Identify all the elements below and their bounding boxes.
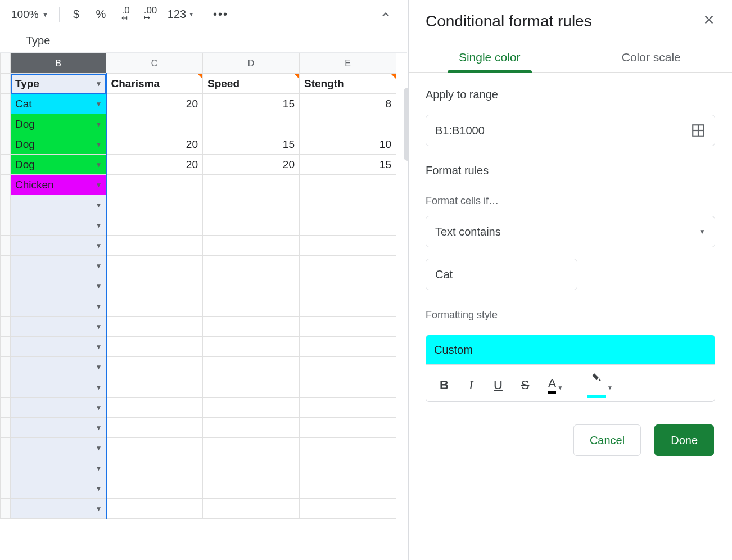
cell[interactable] — [203, 195, 300, 215]
cell[interactable]: ▼ — [11, 438, 106, 458]
cell[interactable] — [203, 175, 300, 195]
cell[interactable]: Type▼ — [11, 74, 106, 94]
currency-button[interactable]: $ — [65, 4, 88, 25]
tab-color-scale[interactable]: Color scale — [571, 42, 733, 72]
data-validation-dropdown-icon[interactable]: ▼ — [96, 222, 102, 229]
cell[interactable] — [106, 499, 203, 519]
cell[interactable] — [300, 175, 396, 195]
cell[interactable]: 20 — [106, 134, 203, 155]
cell[interactable] — [300, 458, 396, 478]
cell[interactable] — [300, 478, 396, 499]
style-preview[interactable]: Custom — [426, 335, 715, 365]
row-header[interactable] — [1, 114, 11, 134]
data-validation-dropdown-icon[interactable]: ▼ — [96, 444, 102, 452]
row-header[interactable] — [1, 74, 11, 94]
strikethrough-button[interactable]: S — [513, 374, 537, 396]
spreadsheet-grid[interactable]: B C D E Type▼CharismaSpeedStengthCat▼201… — [0, 53, 396, 519]
data-validation-dropdown-icon[interactable]: ▼ — [96, 100, 102, 108]
data-validation-dropdown-icon[interactable]: ▼ — [96, 343, 102, 351]
data-validation-dropdown-icon[interactable]: ▼ — [96, 363, 102, 371]
col-header-B[interactable]: B — [11, 53, 106, 74]
cell[interactable] — [106, 337, 203, 357]
cell[interactable] — [106, 236, 203, 256]
collapse-toolbar-button[interactable] — [374, 4, 397, 25]
cancel-button[interactable]: Cancel — [573, 424, 641, 456]
row-header[interactable] — [1, 377, 11, 398]
row-header[interactable] — [1, 256, 11, 276]
data-validation-dropdown-icon[interactable]: ▼ — [96, 120, 102, 128]
cell[interactable] — [203, 499, 300, 519]
data-validation-dropdown-icon[interactable]: ▼ — [96, 404, 102, 412]
cell[interactable] — [203, 478, 300, 499]
cell[interactable] — [300, 296, 396, 317]
row-header[interactable] — [1, 438, 11, 458]
note-indicator-icon[interactable] — [391, 74, 396, 79]
row-header[interactable] — [1, 499, 11, 519]
row-header[interactable] — [1, 398, 11, 418]
note-indicator-icon[interactable] — [294, 74, 299, 79]
cell[interactable] — [106, 296, 203, 317]
cell[interactable]: ▼ — [11, 236, 106, 256]
cell[interactable]: Stength — [300, 74, 396, 94]
tab-single-color[interactable]: Single color — [409, 42, 571, 72]
data-validation-dropdown-icon[interactable]: ▼ — [96, 181, 102, 189]
select-range-icon[interactable] — [691, 123, 706, 138]
cell[interactable]: ▼ — [11, 377, 106, 398]
cell[interactable] — [203, 296, 300, 317]
done-button[interactable]: Done — [654, 424, 714, 456]
cell[interactable]: ▼ — [11, 276, 106, 296]
cell[interactable] — [300, 337, 396, 357]
more-toolbar-button[interactable]: ••• — [210, 4, 232, 25]
condition-dropdown[interactable]: Text contains ▼ — [426, 216, 715, 247]
note-indicator-icon[interactable] — [197, 74, 202, 79]
cell[interactable]: ▼ — [11, 357, 106, 377]
cell[interactable] — [300, 499, 396, 519]
zoom-dropdown[interactable]: 100% ▼ — [7, 5, 53, 24]
fill-color-button[interactable]: ▼ — [583, 374, 617, 396]
cell[interactable]: 8 — [300, 94, 396, 114]
cell[interactable] — [203, 357, 300, 377]
cell[interactable]: Charisma — [106, 74, 203, 94]
cell[interactable] — [300, 276, 396, 296]
row-header[interactable] — [1, 478, 11, 499]
cell[interactable]: Dog▼ — [11, 114, 106, 134]
cell[interactable]: Chicken▼ — [11, 175, 106, 195]
data-validation-dropdown-icon[interactable]: ▼ — [96, 282, 102, 290]
cell[interactable]: Dog▼ — [11, 134, 106, 155]
cell[interactable]: 20 — [106, 94, 203, 114]
cell[interactable] — [106, 256, 203, 276]
cell[interactable] — [300, 195, 396, 215]
cell[interactable] — [106, 215, 203, 236]
row-header[interactable] — [1, 317, 11, 337]
cell[interactable]: 10 — [300, 134, 396, 155]
cell[interactable] — [203, 458, 300, 478]
cell[interactable] — [106, 438, 203, 458]
underline-button[interactable]: U — [486, 374, 510, 396]
data-validation-dropdown-icon[interactable]: ▼ — [96, 323, 102, 331]
cell[interactable] — [300, 377, 396, 398]
cell[interactable]: 15 — [203, 94, 300, 114]
range-input[interactable]: B1:B1000 — [426, 115, 715, 146]
data-validation-dropdown-icon[interactable]: ▼ — [96, 242, 102, 250]
cell[interactable] — [203, 317, 300, 337]
cell[interactable] — [106, 478, 203, 499]
cell[interactable] — [106, 357, 203, 377]
cell[interactable]: ▼ — [11, 337, 106, 357]
row-header[interactable] — [1, 458, 11, 478]
cell[interactable]: ▼ — [11, 458, 106, 478]
data-validation-dropdown-icon[interactable]: ▼ — [96, 302, 102, 310]
close-panel-button[interactable] — [703, 13, 715, 29]
text-color-button[interactable]: A ▼ — [540, 374, 571, 396]
row-header[interactable] — [1, 94, 11, 114]
cell[interactable] — [106, 458, 203, 478]
row-header[interactable] — [1, 195, 11, 215]
col-header-C[interactable]: C — [106, 53, 203, 74]
cell[interactable] — [203, 418, 300, 438]
cell[interactable] — [106, 195, 203, 215]
cell[interactable]: 20 — [106, 155, 203, 175]
cell[interactable]: Cat▼ — [11, 94, 106, 114]
percent-button[interactable]: % — [90, 4, 112, 25]
cell[interactable] — [300, 398, 396, 418]
decrease-decimal-button[interactable]: .0↤ — [115, 4, 137, 25]
data-validation-dropdown-icon[interactable]: ▼ — [96, 383, 102, 391]
